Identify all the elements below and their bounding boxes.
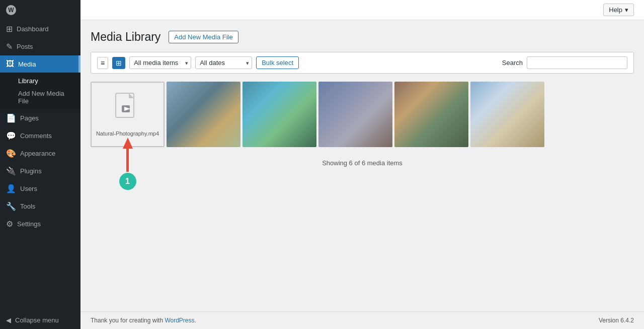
wordpress-link[interactable]: WordPress <box>165 317 194 324</box>
footer-text: Thank you for creating with WordPress. <box>91 317 196 324</box>
sidebar-submenu-add-new[interactable]: Add New Media File <box>0 87 80 107</box>
image-4 <box>394 82 468 147</box>
add-new-media-button[interactable]: Add New Media File <box>169 31 238 43</box>
footer-text-before: Thank you for creating with <box>91 317 165 324</box>
comments-icon: 💬 <box>6 131 16 141</box>
bulk-select-button[interactable]: Bulk select <box>256 56 299 69</box>
sidebar-item-users[interactable]: 👤 Users <box>0 180 80 198</box>
media-item-4[interactable] <box>394 82 468 147</box>
video-file-icon <box>115 92 141 128</box>
sidebar-item-pages-label: Pages <box>20 114 39 122</box>
sidebar-submenu-library[interactable]: Library <box>0 75 80 87</box>
footer-version: Version 6.4.2 <box>599 317 634 324</box>
add-new-label: Add New Media File <box>18 90 64 105</box>
media-toolbar: ≡ ⊞ All media items Images Audio Video D… <box>91 52 634 74</box>
sidebar-item-pages[interactable]: 📄 Pages <box>0 109 80 127</box>
annotation-circle: 1 <box>119 173 136 190</box>
search-label: Search <box>502 59 523 67</box>
sidebar-item-tools[interactable]: 🔧 Tools <box>0 198 80 215</box>
media-icon: 🖼 <box>6 59 14 69</box>
main-area: Help ▾ Media Library Add New Media File … <box>80 0 644 329</box>
plugins-icon: 🔌 <box>6 166 16 176</box>
media-item-5[interactable] <box>470 82 544 147</box>
list-view-icon: ≡ <box>101 59 105 67</box>
collapse-icon: ◀ <box>6 316 11 324</box>
date-filter[interactable]: All dates January 2024 <box>195 56 252 69</box>
sidebar-item-settings[interactable]: ⚙ Settings <box>0 215 80 233</box>
library-label: Library <box>18 77 38 85</box>
appearance-icon: 🎨 <box>6 149 16 158</box>
sidebar-item-dashboard[interactable]: ⊞ Dashboard <box>0 20 80 38</box>
image-3 <box>318 82 392 147</box>
arrow-line <box>126 149 129 172</box>
help-label: Help <box>609 6 622 14</box>
list-view-button[interactable]: ≡ <box>97 57 108 69</box>
showing-count: Showing 6 of 6 media items <box>91 159 634 167</box>
media-grid: Natural-Photography.mp4 1 <box>91 82 634 147</box>
media-type-filter-wrapper: All media items Images Audio Video Docum… <box>129 56 191 69</box>
arrow-annotation: 1 <box>119 138 136 190</box>
date-filter-wrapper: All dates January 2024 <box>195 56 252 69</box>
video-filename: Natural-Photography.mp4 <box>94 130 161 137</box>
media-item-1[interactable] <box>167 82 240 147</box>
footer: Thank you for creating with WordPress. V… <box>80 311 644 329</box>
help-button[interactable]: Help ▾ <box>603 4 634 16</box>
sidebar-item-plugins-label: Plugins <box>20 167 42 175</box>
collapse-label: Collapse menu <box>15 316 59 324</box>
media-item-3[interactable] <box>318 82 392 147</box>
collapse-menu[interactable]: ◀ Collapse menu <box>0 311 80 329</box>
search-input[interactable] <box>527 56 627 69</box>
sidebar: W ⊞ Dashboard ✎ Posts 🖼 Media Library Ad… <box>0 0 80 329</box>
wp-icon: W <box>6 5 16 15</box>
sidebar-item-media-label: Media <box>18 60 36 68</box>
sidebar-item-users-label: Users <box>20 185 37 192</box>
media-item-video-wrapper: Natural-Photography.mp4 1 <box>91 82 165 147</box>
help-chevron-icon: ▾ <box>625 6 628 14</box>
dashboard-icon: ⊞ <box>6 24 13 34</box>
grid-view-button[interactable]: ⊞ <box>112 57 125 69</box>
media-item-2[interactable] <box>243 82 316 147</box>
sidebar-item-comments[interactable]: 💬 Comments <box>0 127 80 145</box>
sidebar-item-dashboard-label: Dashboard <box>17 25 49 33</box>
tools-icon: 🔧 <box>6 202 16 211</box>
posts-icon: ✎ <box>6 42 13 51</box>
image-1 <box>167 82 240 147</box>
sidebar-item-comments-label: Comments <box>20 132 52 140</box>
grid-view-icon: ⊞ <box>116 59 122 67</box>
page-header: Media Library Add New Media File <box>91 30 634 44</box>
users-icon: 👤 <box>6 184 16 193</box>
pages-icon: 📄 <box>6 113 16 123</box>
page-title: Media Library <box>91 30 160 44</box>
sidebar-item-plugins[interactable]: 🔌 Plugins <box>0 162 80 180</box>
image-5 <box>470 82 544 147</box>
image-2 <box>243 82 316 147</box>
sidebar-item-appearance[interactable]: 🎨 Appearance <box>0 145 80 162</box>
footer-text-after: . <box>195 317 196 324</box>
media-submenu: Library Add New Media File <box>0 73 80 109</box>
sidebar-item-media[interactable]: 🖼 Media <box>0 55 80 73</box>
media-type-filter[interactable]: All media items Images Audio Video Docum… <box>129 56 191 69</box>
arrow-head-icon <box>123 138 133 149</box>
sidebar-item-posts[interactable]: ✎ Posts <box>0 38 80 55</box>
sidebar-item-appearance-label: Appearance <box>20 150 55 157</box>
sidebar-item-tools-label: Tools <box>20 203 35 210</box>
wp-logo: W <box>0 0 80 20</box>
sidebar-item-posts-label: Posts <box>17 43 33 50</box>
content-area: Media Library Add New Media File ≡ ⊞ All… <box>80 20 644 311</box>
sidebar-item-settings-label: Settings <box>17 220 41 228</box>
settings-icon: ⚙ <box>6 219 13 229</box>
topbar: Help ▾ <box>80 0 644 20</box>
